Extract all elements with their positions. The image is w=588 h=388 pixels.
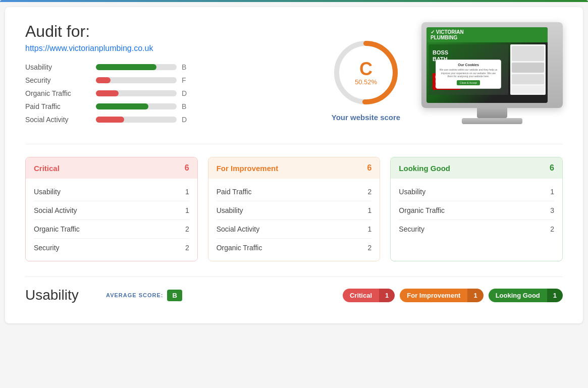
metric-bar-container <box>96 90 177 96</box>
badge-critical-count: 1 <box>379 289 395 302</box>
metric-row: Security F <box>25 76 310 84</box>
cookie-accept-button[interactable]: Close & Accept <box>457 80 480 85</box>
metric-bar-container <box>96 117 177 123</box>
score-percent: 50.52% <box>355 78 377 86</box>
card-row-count: 1 <box>185 188 189 196</box>
metric-row: Paid Traffic B <box>25 102 310 110</box>
avg-score-label: AVERAGE SCORE: <box>106 292 163 298</box>
audit-url[interactable]: https://www.victorianplumbing.co.uk <box>25 44 310 53</box>
card-looking-good-count: 6 <box>550 163 554 173</box>
audit-info: Audit for: https://www.victorianplumbing… <box>25 22 310 129</box>
card-critical-header: Critical 6 <box>26 157 197 179</box>
score-letter: C <box>355 60 377 78</box>
badge-good-label: Looking Good <box>489 289 547 302</box>
card-row: Organic Traffic 2 <box>34 220 189 239</box>
metric-grade: D <box>182 89 192 97</box>
cookie-text: We use cookies within our website and th… <box>439 68 498 78</box>
badge-looking-good: Looking Good 1 <box>489 289 563 302</box>
screen-body: BOSSBATH BROOKLYNSALE35% Our Cookies We … <box>426 42 548 97</box>
metrics-list: Usability B Security F Organic Traffic D… <box>25 63 310 124</box>
card-improvement-header: For Improvement 6 <box>208 157 380 179</box>
card-looking-good-body: Usability 1 Organic Traffic 3 Security 2 <box>391 179 562 242</box>
card-row: Security 2 <box>399 220 554 238</box>
card-row: Usability 1 <box>217 201 372 220</box>
monitor-stand <box>477 108 507 118</box>
card-row-count: 1 <box>368 206 372 214</box>
card-row-label: Usability <box>34 188 61 196</box>
metric-row: Usability B <box>25 63 310 71</box>
card-looking-good-header: Looking Good 6 <box>391 157 562 179</box>
badge-improvement-label: For Improvement <box>400 289 467 302</box>
card-row-count: 2 <box>185 244 189 252</box>
card-improvement-body: Paid Traffic 2 Usability 1 Social Activi… <box>208 179 380 261</box>
website-preview: ✓ VICTORIANPLUMBING BOSSBATH BROOKLYNSAL… <box>421 22 563 124</box>
avg-score-badge: B <box>167 290 182 301</box>
card-row-label: Social Activity <box>217 225 260 233</box>
card-row: Paid Traffic 2 <box>217 183 372 201</box>
score-text: C 50.52% <box>355 60 377 86</box>
badge-improvement-count: 1 <box>467 289 483 302</box>
bottom-section: Usability AVERAGE SCORE: B Critical 1 Fo… <box>25 276 563 308</box>
card-row-label: Social Activity <box>34 206 77 214</box>
card-row-label: Organic Traffic <box>399 206 445 214</box>
card-row-count: 2 <box>550 225 554 233</box>
screen-content: ✓ VICTORIANPLUMBING BOSSBATH BROOKLYNSAL… <box>426 27 548 103</box>
metric-label: Security <box>25 76 91 84</box>
card-row-count: 1 <box>550 188 554 196</box>
top-section: Audit for: https://www.victorianplumbing… <box>25 22 563 129</box>
card-row: Social Activity 1 <box>34 201 189 220</box>
bottom-badges: Critical 1 For Improvement 1 Looking Goo… <box>343 289 563 302</box>
card-row-count: 1 <box>368 225 372 233</box>
card-row: Organic Traffic 3 <box>399 201 554 220</box>
card-row-count: 1 <box>185 206 189 214</box>
score-container: C 50.52% Your website score <box>320 22 411 122</box>
metric-bar <box>96 90 119 96</box>
metric-grade: B <box>182 63 192 71</box>
badge-good-count: 1 <box>547 289 563 302</box>
section-divider <box>25 144 563 144</box>
cookie-popup: Our Cookies We use cookies within our we… <box>436 60 501 89</box>
monitor-base <box>462 118 522 124</box>
metric-bar <box>96 77 111 83</box>
badge-critical: Critical 1 <box>343 289 395 302</box>
metric-grade: D <box>182 116 192 124</box>
card-improvement: For Improvement 6 Paid Traffic 2 Usabili… <box>208 157 381 261</box>
card-critical: Critical 6 Usability 1 Social Activity 1… <box>25 157 198 261</box>
metric-bar <box>96 117 124 123</box>
score-circle: C 50.52% <box>331 37 401 108</box>
metric-row: Social Activity D <box>25 116 310 124</box>
screen-right-panel <box>510 44 546 95</box>
screen-main-img: BOSSBATH BROOKLYNSALE35% Our Cookies We … <box>429 44 508 95</box>
audit-title: Audit for: <box>25 22 310 41</box>
card-critical-title: Critical <box>34 164 60 173</box>
metric-label: Usability <box>25 63 91 71</box>
metric-bar <box>96 64 156 70</box>
metric-label: Social Activity <box>25 116 91 124</box>
badge-critical-label: Critical <box>343 289 379 302</box>
bottom-title: Usability <box>25 287 96 303</box>
card-critical-count: 6 <box>185 163 189 173</box>
cards-section: Critical 6 Usability 1 Social Activity 1… <box>25 157 563 261</box>
card-row-count: 2 <box>368 244 372 252</box>
card-row-count: 2 <box>185 225 189 233</box>
metric-grade: B <box>182 102 192 110</box>
card-improvement-count: 6 <box>367 163 371 173</box>
card-row-label: Organic Traffic <box>34 225 80 233</box>
cookie-title: Our Cookies <box>439 63 498 67</box>
monitor-frame: ✓ VICTORIANPLUMBING BOSSBATH BROOKLYNSAL… <box>421 22 563 108</box>
card-row-label: Organic Traffic <box>217 244 262 252</box>
metric-row: Organic Traffic D <box>25 89 310 97</box>
main-container: Audit for: https://www.victorianplumbing… <box>5 7 583 323</box>
card-row-label: Security <box>34 244 60 252</box>
screen-logo: ✓ VICTORIANPLUMBING <box>431 29 464 40</box>
metric-bar <box>96 103 148 109</box>
card-looking-good-title: Looking Good <box>399 164 450 173</box>
metric-bar-container <box>96 64 177 70</box>
metric-label: Paid Traffic <box>25 102 91 110</box>
card-critical-body: Usability 1 Social Activity 1 Organic Tr… <box>26 179 197 261</box>
badge-improvement: For Improvement 1 <box>400 289 483 302</box>
card-row-count: 2 <box>368 188 372 196</box>
card-improvement-title: For Improvement <box>217 164 279 173</box>
metric-bar-container <box>96 103 177 109</box>
card-row-label: Usability <box>399 188 425 196</box>
